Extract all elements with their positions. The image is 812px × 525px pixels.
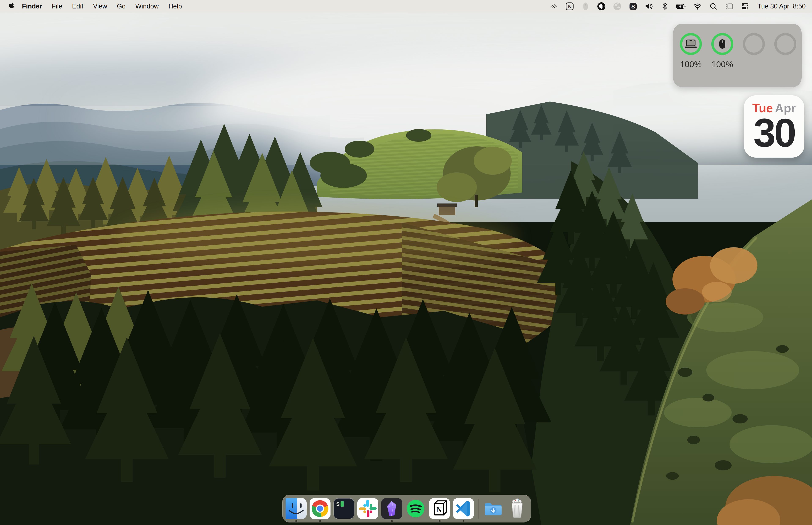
s-app-icon[interactable]: S (628, 2, 638, 11)
dock-item-downloads[interactable] (483, 498, 504, 519)
battery-ring-empty (775, 33, 796, 55)
svg-text:S: S (631, 4, 635, 10)
dock-divider (478, 499, 478, 519)
battery-percent-laptop: 100% (680, 60, 702, 69)
dock-item-trash[interactable] (507, 498, 527, 519)
menu-edit[interactable]: Edit (67, 2, 88, 10)
battery-device-mouse: 100% (710, 33, 734, 69)
terminal-icon: $ (334, 498, 354, 519)
menu-window[interactable]: Window (131, 2, 164, 10)
calendar-widget[interactable]: TueApr 30 (744, 95, 804, 158)
vscode-icon (453, 498, 474, 519)
hatched-arrow-icon[interactable] (549, 2, 558, 11)
bluetooth-icon[interactable] (660, 2, 670, 11)
menu-file[interactable]: File (47, 2, 67, 10)
running-indicator (391, 520, 393, 522)
dock-item-finder[interactable] (286, 498, 307, 519)
chrome-icon (310, 498, 331, 519)
menu-bar-left: Finder File Edit View Go Window Help (0, 2, 187, 10)
wifi-icon[interactable] (693, 2, 702, 11)
downloads-folder-icon (483, 498, 504, 519)
svg-text:N: N (436, 505, 442, 514)
menu-bar-status: N (549, 2, 812, 11)
globe-icon[interactable] (613, 2, 622, 11)
dock-item-terminal[interactable]: $ (334, 498, 354, 519)
dock: $ (282, 495, 531, 523)
dock-item-obsidian[interactable] (381, 498, 402, 519)
battery-widget[interactable]: 100% 100% (673, 24, 802, 87)
active-app-name[interactable]: Finder (17, 2, 47, 10)
dock-item-chrome[interactable] (310, 498, 331, 519)
battery-device-laptop: 100% (679, 33, 703, 69)
menu-help[interactable]: Help (164, 2, 187, 10)
trash-full-icon (507, 498, 527, 519)
menu-go[interactable]: Go (112, 2, 131, 10)
battery-ring-mouse (711, 33, 733, 55)
spotify-icon (405, 498, 426, 519)
battery-percent-mouse: 100% (711, 60, 733, 69)
battery-charging-icon[interactable] (676, 2, 686, 11)
dock-item-notion[interactable]: N (429, 498, 450, 519)
volume-icon[interactable] (644, 2, 654, 11)
spotlight-icon[interactable] (709, 2, 718, 11)
mouse-icon (719, 39, 726, 49)
battery-ring-empty (743, 33, 765, 55)
svg-text:$: $ (336, 501, 340, 508)
menu-bar: Finder File Edit View Go Window Help N (0, 0, 812, 13)
laptop-icon (685, 39, 697, 49)
running-indicator (295, 520, 297, 522)
control-center-icon[interactable] (740, 2, 750, 11)
running-indicator (462, 520, 464, 522)
battery-row: 100% 100% (673, 24, 802, 69)
menu-view[interactable]: View (88, 2, 112, 10)
notion-icon: N (429, 498, 450, 519)
finder-icon (286, 498, 307, 519)
calendar-day: 30 (744, 114, 804, 151)
obsidian-icon (381, 498, 402, 519)
menu-bar-clock[interactable]: Tue 30 Apr 8:50 (757, 2, 806, 10)
battery-slot-empty-2 (773, 33, 797, 69)
battery-slot-empty-1 (742, 33, 766, 69)
dock-item-vscode[interactable] (453, 498, 474, 519)
mouse-battery-icon[interactable] (581, 2, 590, 11)
waveform-icon[interactable] (597, 2, 606, 11)
slack-icon (357, 498, 378, 519)
dock-item-slack[interactable] (357, 498, 378, 519)
svg-text:N: N (568, 4, 571, 9)
apple-menu[interactable] (7, 3, 17, 10)
stage-manager-icon[interactable] (724, 2, 734, 11)
running-indicator (439, 520, 441, 522)
running-indicator (319, 520, 321, 522)
battery-ring-laptop (680, 33, 702, 55)
dock-item-spotify[interactable] (405, 498, 426, 519)
notion-menu-icon[interactable]: N (565, 2, 574, 11)
apple-logo-icon (9, 3, 15, 10)
